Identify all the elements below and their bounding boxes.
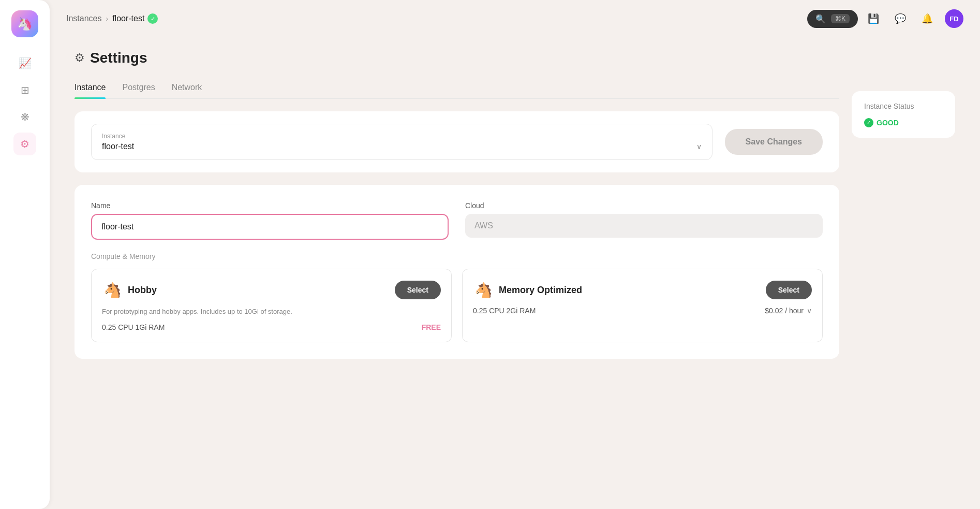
cloud-field: Cloud AWS [465,201,823,240]
page-content: ⚙ Settings Instance Postgres Network Ins… [50,37,980,509]
save-icon-button[interactable]: 💾 [864,9,883,28]
search-bar[interactable]: 🔍 ⌘K [807,10,858,28]
hobby-specs: 0.25 CPU 1Gi RAM FREE [102,323,441,331]
grid-icon: ⊞ [21,84,29,96]
avatar[interactable]: FD [945,9,963,28]
search-icon: 🔍 [815,14,826,24]
page-title-row: ⚙ Settings [75,50,839,66]
instance-selector[interactable]: Instance floor-test ∨ [91,124,712,160]
breadcrumb-current-label: floor-test [112,14,144,23]
tab-network[interactable]: Network [172,79,202,98]
settings-gear-icon: ⚙ [75,51,85,65]
breadcrumb-separator: › [106,14,108,23]
memory-specs: 0.25 CPU 2Gi RAM $0.02 / hour ∨ [473,307,812,315]
compute-card-hobby: 🐴 Hobby Select For prototyping and hobby… [91,269,452,342]
tab-instance[interactable]: Instance [75,79,106,98]
form-card: Name Cloud AWS Compute & Memory [75,185,839,359]
breadcrumb-current: floor-test ✓ [112,13,158,24]
header-actions: 💾 💬 🔔 FD [864,9,963,28]
sidebar-item-grid[interactable]: ⊞ [13,79,36,101]
sidebar-item-settings[interactable]: ⚙ [13,133,36,155]
chevron-down-icon: ∨ [696,142,702,151]
hobby-name: Hobby [128,285,157,296]
name-field: Name [91,201,449,240]
instance-value-row: floor-test ∨ [102,142,702,151]
form-row-main: Name Cloud AWS [91,201,823,240]
integrations-icon: ❋ [21,111,29,123]
sidebar: 🦄 📈 ⊞ ❋ ⚙ [0,0,50,509]
status-title: Instance Status [864,101,943,112]
tabs: Instance Postgres Network [75,79,839,99]
tab-postgres[interactable]: Postgres [122,79,155,98]
compute-title-row-memory: 🐴 Memory Optimized [473,280,582,300]
memory-name: Memory Optimized [499,285,582,296]
logo-icon: 🦄 [17,17,33,31]
compute-section-label: Compute & Memory [91,252,823,260]
search-shortcut: ⌘K [831,14,850,23]
sidebar-item-integrations[interactable]: ❋ [13,106,36,128]
status-text: GOOD [877,119,899,127]
save-changes-button[interactable]: Save Changes [725,129,823,155]
hobby-ram: 0.25 CPU 1Gi RAM [102,323,165,331]
sidebar-item-chart[interactable]: 📈 [13,52,36,75]
compute-card-memory: 🐴 Memory Optimized Select 0.25 CPU 2Gi R… [462,269,823,342]
instance-selector-label: Instance [102,133,702,140]
memory-price: $0.02 / hour [765,307,804,315]
right-panel: Instance Status ✓ GOOD [852,50,955,497]
notification-icon-button[interactable]: 🔔 [918,9,937,28]
hobby-description: For prototyping and hobby apps. Includes… [102,307,441,317]
name-input[interactable] [91,214,449,240]
page-title: Settings [90,50,147,66]
main-area: Instances › floor-test ✓ 🔍 ⌘K 💾 💬 🔔 FD [50,0,980,509]
memory-select-button[interactable]: Select [766,281,812,299]
compute-title-row-hobby: 🐴 Hobby [102,280,157,300]
instance-card: Instance floor-test ∨ Save Changes [75,111,839,172]
memory-icon: 🐴 [473,280,494,300]
chevron-down-icon-price: ∨ [807,307,812,315]
header: Instances › floor-test ✓ 🔍 ⌘K 💾 💬 🔔 FD [50,0,980,37]
compute-card-memory-header: 🐴 Memory Optimized Select [473,280,812,300]
status-badge: ✓ GOOD [864,118,943,127]
compute-card-hobby-header: 🐴 Hobby Select [102,280,441,300]
breadcrumb: Instances › floor-test ✓ [66,13,158,24]
status-dot-icon: ✓ [864,118,873,127]
chart-icon: 📈 [19,57,32,69]
memory-price-row: $0.02 / hour ∨ [765,307,812,315]
name-label: Name [91,201,449,210]
compute-grid: 🐴 Hobby Select For prototyping and hobby… [91,269,823,342]
breadcrumb-status-badge: ✓ [147,13,158,24]
settings-icon: ⚙ [20,138,29,150]
instance-value: floor-test [102,142,134,151]
page-main: ⚙ Settings Instance Postgres Network Ins… [75,50,839,497]
hobby-select-button[interactable]: Select [395,281,441,299]
chat-icon-button[interactable]: 💬 [891,9,910,28]
breadcrumb-parent[interactable]: Instances [66,14,101,23]
logo[interactable]: 🦄 [11,10,38,37]
status-card: Instance Status ✓ GOOD [852,91,955,138]
hobby-price: FREE [422,323,441,331]
memory-ram: 0.25 CPU 2Gi RAM [473,307,536,315]
cloud-value: AWS [465,214,823,238]
check-icon: ✓ [151,16,155,22]
cloud-label: Cloud [465,201,823,210]
hobby-icon: 🐴 [102,280,123,300]
